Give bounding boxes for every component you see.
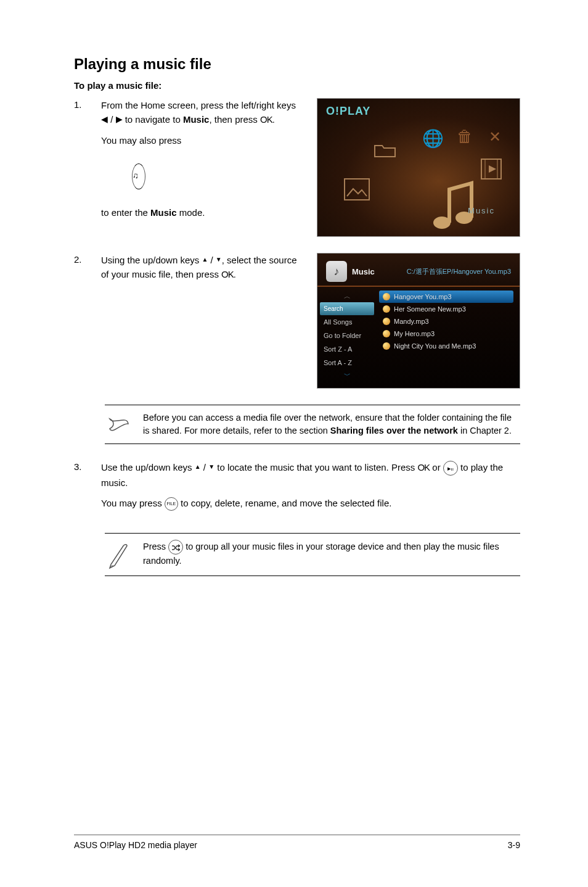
footer-page-number: 3-9 — [508, 840, 520, 850]
ok-key-icon: OK — [221, 269, 234, 279]
tip-note: Press to group all your music files in y… — [105, 533, 520, 576]
note-icon — [105, 411, 132, 437]
up-arrow-icon: ▲ — [202, 255, 208, 265]
music-header-icon: ♪ — [326, 261, 347, 282]
screenshot-home: O!PLAY 🌐 🗑 ✕ — [317, 98, 520, 237]
info-note: Before you can access a media file over … — [105, 405, 520, 444]
file-name: Her Someone New.mp3 — [394, 305, 466, 313]
file-icon — [383, 305, 390, 313]
list-item: My Hero.mp3 — [379, 328, 513, 340]
text: / — [203, 462, 208, 472]
side-item-sort-az: Sort A - Z — [317, 356, 377, 369]
note-text: Press to group all your music files in y… — [143, 540, 520, 567]
text-bold: Sharing files over the network — [330, 426, 458, 435]
text: You may press — [101, 498, 165, 508]
file-icon — [383, 318, 390, 325]
text: mode. — [177, 207, 205, 218]
folder-icon — [373, 138, 398, 159]
browser-title: Music — [352, 267, 375, 276]
file-icon — [383, 342, 390, 350]
step-number: 1. — [74, 98, 89, 112]
text: to navigate to — [125, 114, 183, 125]
file-name: Night City You and Me.mp3 — [394, 342, 476, 350]
side-item-all-songs: All Songs — [317, 315, 377, 329]
file-name: Hangover You.mp3 — [394, 293, 452, 300]
step-number: 3. — [74, 460, 89, 517]
file-list: Hangover You.mp3 Her Someone New.mp3 Man… — [377, 287, 520, 385]
text-bold: Music — [150, 207, 177, 218]
side-item-search: Search — [320, 302, 374, 315]
text: . — [234, 269, 236, 279]
play-pause-button-icon: ▸ıı — [443, 461, 458, 476]
text: . — [272, 114, 275, 125]
step2-text: Using the up/down keys ▲ / ▼, select the… — [101, 253, 304, 288]
file-path: C:/選手首張EP/Hangover You.mp3 — [407, 267, 511, 276]
text: to locate the music that you want to lis… — [217, 462, 417, 472]
step-number: 2. — [74, 253, 89, 267]
ok-key-icon: OK — [417, 462, 430, 472]
side-menu: ︿ Search All Songs Go to Folder Sort Z -… — [317, 287, 377, 385]
pen-icon — [105, 540, 132, 569]
file-button-icon: FILE — [165, 497, 178, 511]
oplay-logo: O!PLAY — [326, 105, 370, 118]
photo-icon — [342, 176, 372, 202]
text: / — [211, 255, 216, 265]
up-arrow-icon: ▲ — [195, 462, 201, 472]
section-heading: Playing a music file — [74, 56, 520, 73]
text-bold: Music — [183, 114, 210, 125]
text: Press — [143, 542, 168, 551]
ok-key-icon: OK — [260, 114, 272, 125]
side-item-goto-folder: Go to Folder — [317, 329, 377, 342]
step1-text: From the Home screen, press the left/rig… — [101, 98, 304, 226]
text: or — [430, 462, 443, 472]
text: / — [110, 114, 115, 125]
text: Using the up/down keys — [101, 255, 202, 265]
list-item: Night City You and Me.mp3 — [379, 340, 513, 352]
music-category-icon — [428, 176, 478, 233]
file-name: Mandy.mp3 — [394, 318, 429, 325]
file-icon — [383, 330, 390, 337]
music-note-button-icon: ♫ — [132, 163, 145, 189]
step3-text: Use the up/down keys ▲ / ▼ to locate the… — [101, 460, 520, 517]
svg-rect-3 — [345, 179, 369, 200]
left-arrow-icon: ◀ — [101, 113, 108, 126]
text: to group all your music files in your st… — [143, 542, 499, 566]
text: From the Home screen, press the left/rig… — [101, 100, 296, 110]
list-item: Her Someone New.mp3 — [379, 303, 513, 315]
side-item-sort-za: Sort Z - A — [317, 342, 377, 356]
text: Use the up/down keys — [101, 462, 195, 472]
page-footer: ASUS O!Play HD2 media player 3-9 — [74, 835, 520, 850]
file-icon — [383, 293, 390, 300]
down-arrow-icon: ▼ — [216, 255, 222, 265]
note-text: Before you can access a media file over … — [143, 411, 520, 437]
shuffle-button-icon — [168, 540, 183, 555]
file-name: My Hero.mp3 — [394, 330, 435, 337]
screenshot-music-browser: ♪ Music C:/選手首張EP/Hangover You.mp3 ︿ Sea… — [317, 253, 520, 389]
trash-icon: 🗑 — [457, 127, 473, 146]
right-arrow-icon: ▶ — [116, 113, 123, 126]
footer-left: ASUS O!Play HD2 media player — [74, 840, 197, 850]
chevron-down-icon: ﹀ — [317, 369, 377, 381]
down-arrow-icon: ▼ — [208, 462, 214, 472]
section-subheading: To play a music file: — [74, 80, 520, 91]
list-item: Mandy.mp3 — [379, 315, 513, 328]
tools-icon: ✕ — [489, 128, 501, 146]
browser-header: ♪ Music C:/選手首張EP/Hangover You.mp3 — [317, 254, 520, 287]
globe-icon: 🌐 — [422, 128, 444, 149]
film-icon — [479, 157, 504, 181]
text: , then press — [209, 114, 260, 125]
list-item: Hangover You.mp3 — [379, 291, 513, 303]
text: You may also press — [101, 135, 181, 146]
text: to enter the — [101, 207, 150, 218]
music-label: Music — [468, 206, 495, 215]
text: to copy, delete, rename, and move the se… — [181, 498, 391, 508]
chevron-up-icon: ︿ — [317, 291, 377, 302]
text: in Chapter 2. — [458, 426, 512, 435]
